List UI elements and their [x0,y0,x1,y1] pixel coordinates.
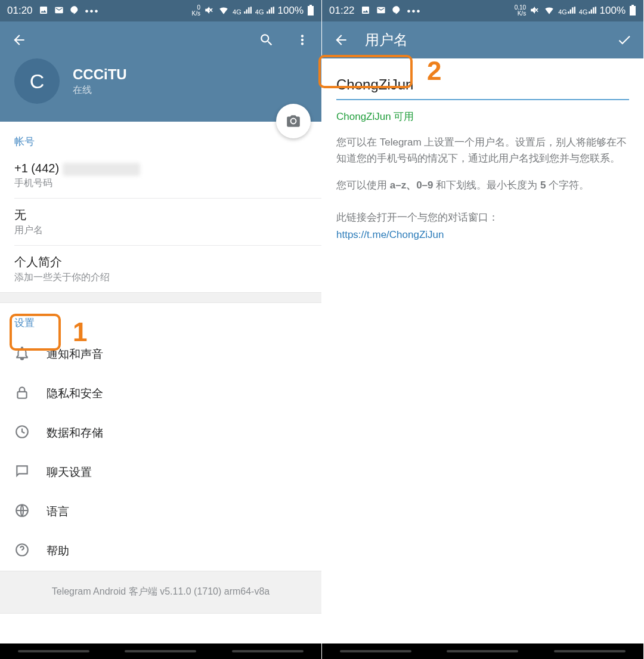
mail-icon [54,5,64,17]
hangouts-icon [392,5,401,17]
more-icon: ••• [407,6,422,16]
android-navbar [322,643,643,659]
android-navbar [0,643,321,659]
bio-title: 个人简介 [14,254,307,270]
battery-text: 100% [278,5,304,17]
bio-hint: 添加一些关于你的介绍 [14,271,307,284]
phone-row[interactable]: +1 (442) 手机号码 [0,153,321,198]
settings-language[interactable]: 语言 [0,492,321,531]
profile-row: C CCCiTU 在线 [0,58,321,122]
settings-privacy[interactable]: 隐私和安全 [0,374,321,413]
username-input-wrap[interactable] [336,70,629,100]
globe-icon [14,503,30,521]
more-button[interactable] [290,28,314,52]
profile-status: 在线 [73,84,127,97]
phone-label: 手机号码 [14,177,307,190]
phone-value: +1 (442) [14,162,307,176]
profile-text: CCCiTU 在线 [73,66,127,97]
phone-redacted [63,163,140,176]
availability-text: ChongZiJun 可用 [336,110,629,123]
settings-label: 帮助 [47,543,69,559]
profile-link[interactable]: https://t.me/ChongZiJun [336,229,629,241]
more-icon: ••• [85,6,100,16]
settings-label: 通知和声音 [47,346,103,362]
status-bar: 01:22 ••• 0.10 K/s 4G 4G 100% [322,0,643,21]
status-bar-right: 0 K/s 4G 4G 100% [192,5,314,17]
clock-icon [14,424,30,442]
settings-label: 隐私和安全 [47,386,103,401]
wifi-icon [218,5,229,17]
settings-help[interactable]: 帮助 [0,531,321,571]
username-content: ChongZiJun 可用 您可以在 Telegram 上设置一个用户名。设置后… [322,58,643,241]
image-icon [39,5,48,17]
toolbar: 用户名 [322,21,643,58]
phone-left: 01:20 ••• 0 K/s 4G [0,0,322,659]
username-value: 无 [14,207,307,223]
settings-chat[interactable]: 聊天设置 [0,453,321,492]
toolbar-title: 用户名 [365,30,408,49]
footer-version: Telegram Android 客户端 v5.11.0 (1710) arm6… [0,571,321,614]
settings-data[interactable]: 数据和存储 [0,413,321,453]
status-bar-left: 01:22 ••• [329,5,421,17]
signal-icon-1: 4G [558,6,575,16]
battery-text: 100% [600,5,626,17]
signal-icon-1: 4G [233,6,252,16]
section-gap [0,292,321,303]
chat-icon [14,463,30,481]
bio-row[interactable]: 个人简介 添加一些关于你的介绍 [0,246,321,292]
mail-icon [376,5,386,17]
profile-header: C CCCiTU 在线 [0,21,321,122]
lock-icon [14,385,30,403]
username-input[interactable] [336,74,629,95]
mute-icon [530,5,540,17]
toolbar [0,21,321,58]
username-row[interactable]: 无 用户名 [0,199,321,245]
bell-icon [14,345,30,363]
profile-name: CCCiTU [73,66,127,83]
settings-label: 语言 [47,504,69,519]
svg-rect-0 [17,392,26,398]
status-bar-left: 01:20 ••• [7,5,99,17]
description-2: 您可以使用 a–z、0–9 和下划线。最小长度为 5 个字符。 [336,177,629,193]
back-button[interactable] [329,28,353,52]
avatar[interactable]: C [14,58,60,104]
content-area: 帐号 +1 (442) 手机号码 无 用户名 个人简介 添加一些关于你的介绍 设… [0,122,321,659]
settings-notifications[interactable]: 通知和声音 [0,335,321,374]
signal-icon-2: 4G [579,6,596,16]
battery-icon [629,5,636,17]
help-icon [14,542,30,560]
battery-icon [307,5,314,17]
link-intro: 此链接会打开一个与您的对话窗口： [336,209,629,225]
settings-label: 数据和存储 [47,425,103,441]
search-button[interactable] [255,28,278,52]
status-bar-right: 0.10 K/s 4G 4G 100% [515,5,636,17]
description-1: 您可以在 Telegram 上设置一个用户名。设置后，别人将能够在不知道您的手机… [336,134,629,166]
back-button[interactable] [7,28,31,52]
section-settings-label: 设置 [0,303,321,335]
username-label: 用户名 [14,224,307,237]
status-bar: 01:20 ••• 0 K/s 4G [0,0,321,21]
hangouts-icon [70,5,79,17]
avatar-initial: C [30,70,45,93]
signal-icon-2: 4G [255,6,274,16]
wifi-icon [544,5,555,17]
section-account-label: 帐号 [0,122,321,153]
network-speed: 0 K/s [192,5,200,17]
confirm-button[interactable] [612,28,636,52]
settings-label: 聊天设置 [47,465,92,480]
status-time: 01:20 [7,5,33,17]
status-time: 01:22 [329,5,355,17]
image-icon [361,5,370,17]
network-speed: 0.10 K/s [515,5,526,17]
mute-icon [204,5,215,17]
phone-right: 01:22 ••• 0.10 K/s 4G 4G 100% 用户名 [322,0,644,659]
